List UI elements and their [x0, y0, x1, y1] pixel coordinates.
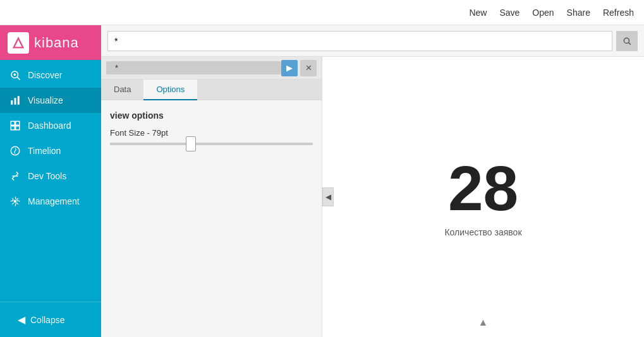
panel-tab-bar: * ▶ ✕	[101, 57, 322, 80]
slider-container	[110, 143, 313, 145]
visualization-area: ◀ 28 Количество заявок ▲	[322, 57, 644, 337]
sidebar-item-discover[interactable]: Discover	[0, 62, 101, 88]
logo-area: kibana	[0, 25, 101, 60]
save-button[interactable]: Save	[499, 8, 519, 18]
logo-icon	[8, 32, 29, 54]
tab-options[interactable]: Options	[143, 80, 197, 100]
panel-title: *	[106, 61, 281, 74]
svg-rect-4	[15, 98, 16, 105]
run-button[interactable]: ▶	[281, 60, 298, 76]
sidebar-bottom: ◀ Collapse	[0, 302, 101, 337]
sidebar-item-visualize[interactable]: Visualize	[0, 88, 101, 113]
dashboard-icon	[9, 119, 21, 132]
tabs-row: Data Options	[101, 80, 322, 100]
share-button[interactable]: Share	[567, 8, 590, 18]
search-button[interactable]	[616, 31, 638, 51]
sidebar-item-timelion[interactable]: Timelion	[0, 138, 101, 163]
topbar: New Save Open Share Refresh	[0, 0, 644, 25]
font-size-slider[interactable]	[110, 143, 313, 145]
search-bar	[101, 25, 644, 57]
devtools-icon	[9, 170, 21, 182]
scroll-up-icon[interactable]: ▲	[478, 317, 489, 328]
timelion-icon	[9, 145, 21, 157]
main-layout: kibana Discover Visualize Dashboard	[0, 25, 644, 337]
metric-label: Количество заявок	[444, 227, 521, 237]
sidebar-label-discover: Discover	[28, 70, 62, 80]
svg-line-14	[629, 42, 631, 44]
panel-toggle[interactable]: ◀	[322, 187, 334, 206]
panel-actions: ▶ ✕	[281, 60, 317, 76]
svg-marker-0	[14, 38, 23, 47]
sidebar-label-dashboard: Dashboard	[28, 121, 71, 131]
collapse-label: Collapse	[30, 315, 64, 325]
svg-rect-3	[11, 100, 13, 105]
sidebar: kibana Discover Visualize Dashboard	[0, 25, 101, 337]
close-button[interactable]: ✕	[300, 60, 317, 76]
sidebar-nav: Discover Visualize Dashboard Timelion	[0, 60, 101, 302]
svg-rect-6	[11, 121, 15, 125]
left-panel: * ▶ ✕ Data Options view options Font Siz…	[101, 57, 322, 337]
content-area: * ▶ ✕ Data Options view options Font Siz…	[101, 25, 644, 337]
editor-main: * ▶ ✕ Data Options view options Font Siz…	[101, 57, 644, 337]
sidebar-item-dashboard[interactable]: Dashboard	[0, 113, 101, 138]
refresh-button[interactable]: Refresh	[603, 8, 634, 18]
svg-rect-8	[11, 126, 15, 130]
visualize-icon	[9, 94, 21, 107]
svg-line-2	[17, 77, 20, 80]
open-button[interactable]: Open	[532, 8, 554, 18]
sidebar-label-timelion: Timelion	[28, 146, 61, 156]
svg-point-13	[624, 38, 629, 43]
discover-icon	[9, 69, 21, 81]
svg-rect-7	[16, 121, 20, 125]
sidebar-label-devtools: Dev Tools	[28, 171, 66, 181]
svg-point-12	[14, 200, 17, 203]
logo-text: kibana	[34, 35, 79, 51]
collapse-icon: ◀	[18, 314, 25, 326]
sidebar-item-management[interactable]: Management	[0, 189, 101, 214]
sidebar-item-devtools[interactable]: Dev Tools	[0, 163, 101, 189]
svg-rect-9	[16, 126, 20, 130]
metric-value: 28	[448, 157, 518, 220]
panel-content: view options Font Size - 79pt	[101, 100, 322, 337]
collapse-button[interactable]: ◀ Collapse	[9, 309, 92, 331]
sidebar-label-management: Management	[28, 196, 80, 206]
management-icon	[9, 195, 21, 208]
sidebar-label-visualize: Visualize	[28, 95, 63, 105]
section-title: view options	[110, 110, 313, 121]
search-input[interactable]	[107, 31, 612, 51]
new-button[interactable]: New	[469, 8, 487, 18]
tab-data[interactable]: Data	[101, 80, 143, 100]
svg-rect-5	[18, 96, 20, 105]
